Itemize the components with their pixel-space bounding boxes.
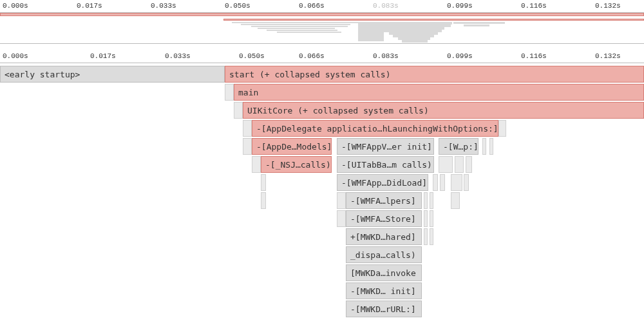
ruler-tick: 0.132s [595,2,621,10]
overview-bar [267,30,337,31]
flame-frame[interactable]: -[WMFA…Store] [346,210,422,227]
flame-sliver[interactable] [455,156,464,173]
flame-sliver[interactable] [489,138,493,155]
flame-frame[interactable]: [MWKDa…invoke [346,264,422,281]
ruler-tick: 0.050s [239,52,265,60]
ruler-tick: 0.132s [595,52,621,60]
flame-sliver[interactable] [424,228,428,245]
ruler-tick: 0.000s [3,52,28,60]
flame-sliver[interactable] [252,156,261,173]
flame-row: -[MWKD… init] [0,282,644,299]
flame-row: <early startup>start (+ collapsed system… [0,66,644,83]
flame-row: -[WMFApp…DidLoad] [0,174,644,191]
flame-sliver[interactable] [261,174,266,191]
flame-sliver[interactable] [225,84,234,101]
overview-bar [241,24,350,25]
flame-sliver[interactable] [430,192,433,209]
flame-row: main [0,84,644,101]
ruler-tick: 0.099s [447,2,473,10]
flame-sliver[interactable] [451,174,462,191]
overview-highlight [0,13,644,16]
flame-sliver[interactable] [234,102,243,119]
flame-sliver[interactable] [424,210,428,227]
flame-sliver[interactable] [464,174,469,191]
flame-frame[interactable]: main [234,84,644,101]
ruler-tick: 0.000s [3,2,28,10]
flame-frame[interactable]: start (+ collapsed system calls) [225,66,644,83]
flame-sliver[interactable] [430,228,433,245]
flame-frame[interactable]: +[MWKD…hared] [346,228,422,245]
flame-frame[interactable]: -[WMFA…lpers] [346,192,422,209]
flame-frame[interactable]: -[AppDe…Models] [252,138,332,155]
flame-sliver[interactable] [433,174,438,191]
overview-bar [453,22,505,24]
ruler-tick: 0.099s [447,52,473,60]
ruler-tick: 0.066s [299,52,325,60]
overview-bar [232,22,361,23]
ruler-tick: 0.083s [373,2,399,10]
ruler-tick: 0.116s [521,2,547,10]
flame-sliver[interactable] [439,156,453,173]
ruler-tick: 0.116s [521,52,547,60]
flame-frame[interactable]: UIKitCore (+ collapsed system calls) [243,102,644,119]
flame-row: -[MWKD…rURL:] [0,301,644,317]
flame-row: +[MWKD…hared] [0,228,644,245]
flame-sliver[interactable] [440,174,445,191]
overview-activity-track[interactable] [0,13,644,44]
flame-graph[interactable]: <early startup>start (+ collapsed system… [0,63,644,334]
flame-frame[interactable]: -[W…p:] [439,138,478,155]
flame-frame[interactable]: -[MWKD…rURL:] [346,301,422,317]
flame-sliver[interactable] [243,138,252,155]
flame-row: -[WMFA…lpers] [0,192,644,209]
flame-sliver[interactable] [261,192,266,209]
flame-row: -[AppDe…Models]-[WMFAppV…er init]-[W…p:] [0,138,644,155]
ruler-tick: 0.033s [165,52,191,60]
overview-bar [251,26,348,27]
ruler-tick: 0.066s [299,2,325,10]
gap [0,44,644,50]
flame-row: -[_NSJ…calls)-[UITabBa…m calls) [0,156,644,173]
flame-sliver[interactable] [466,156,472,173]
overview-highlight [223,19,644,21]
main-time-ruler: 0.000s0.017s0.033s0.050s0.066s0.083s0.09… [0,50,644,63]
overview-bar [258,28,335,29]
flame-frame[interactable]: -[WMFAppV…er init] [337,138,434,155]
flame-sliver[interactable] [482,138,486,155]
overview-time-ruler: 0.000s0.017s0.033s0.050s0.066s0.083s0.09… [0,0,644,13]
flame-row: [MWKDa…invoke [0,264,644,281]
flame-sliver[interactable] [498,120,506,137]
flame-frame[interactable]: -[MWKD… init] [346,282,422,299]
flame-frame[interactable]: -[AppDelegate applicatio…hLaunchingWithO… [252,120,498,137]
flame-frame[interactable]: -[UITabBa…m calls) [337,156,434,173]
ruler-tick: 0.017s [77,2,102,10]
flame-row: -[WMFA…Store] [0,210,644,227]
flame-frame[interactable]: _dispa…calls) [346,246,422,263]
flame-sliver[interactable] [424,192,428,209]
ruler-tick: 0.033s [151,2,176,10]
flame-row: -[AppDelegate applicatio…hLaunchingWithO… [0,120,644,137]
flame-sliver[interactable] [451,192,460,209]
ruler-tick: 0.017s [90,52,116,60]
flame-frame[interactable]: -[WMFApp…DidLoad] [337,174,428,191]
flame-sliver[interactable] [337,210,346,227]
flame-frame[interactable]: <early startup> [0,66,225,83]
overview-bar [464,25,489,26]
flame-row: UIKitCore (+ collapsed system calls) [0,102,644,119]
flame-sliver[interactable] [337,192,346,209]
flame-row: _dispa…calls) [0,246,644,263]
flame-sliver[interactable] [430,210,433,227]
overview-bar [277,32,341,33]
flame-frame[interactable]: -[_NSJ…calls) [261,156,332,173]
overview-bar [402,40,428,43]
ruler-tick: 0.083s [373,52,399,60]
ruler-tick: 0.050s [225,2,251,10]
flame-sliver[interactable] [243,120,252,137]
